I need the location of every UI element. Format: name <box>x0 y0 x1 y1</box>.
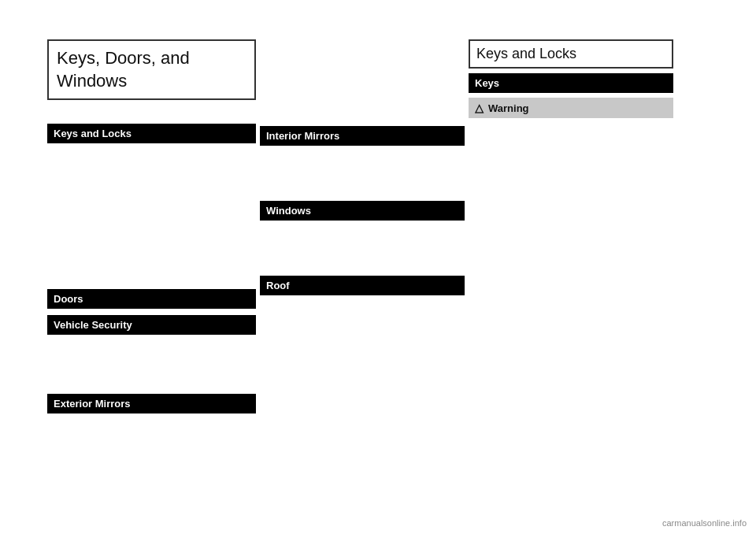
sidebar-item-exterior-mirrors[interactable]: Exterior Mirrors <box>47 394 256 413</box>
warning-bar: △ Warning <box>469 98 673 118</box>
sidebar-item-interior-mirrors[interactable]: Interior Mirrors <box>260 126 465 146</box>
page-container: Keys, Doors, and Windows Keys and Locks … <box>0 0 756 534</box>
right-title: Keys and Locks <box>469 39 673 69</box>
right-sub-header: Keys <box>469 73 673 93</box>
warning-icon: △ <box>475 102 484 114</box>
sidebar-item-roof[interactable]: Roof <box>260 276 465 295</box>
sidebar-item-keys-and-locks[interactable]: Keys and Locks <box>47 124 256 143</box>
warning-label: Warning <box>488 102 529 114</box>
middle-column: Interior Mirrors Windows Roof <box>260 126 465 295</box>
left-column: Keys, Doors, and Windows Keys and Locks … <box>47 39 256 413</box>
sidebar-item-vehicle-security[interactable]: Vehicle Security <box>47 315 256 335</box>
watermark: carmanualsonline.info <box>662 518 747 528</box>
sidebar-item-windows[interactable]: Windows <box>260 201 465 221</box>
right-column: Keys and Locks Keys △ Warning <box>469 39 673 118</box>
sidebar-item-doors[interactable]: Doors <box>47 289 256 309</box>
main-title: Keys, Doors, and Windows <box>47 39 256 100</box>
